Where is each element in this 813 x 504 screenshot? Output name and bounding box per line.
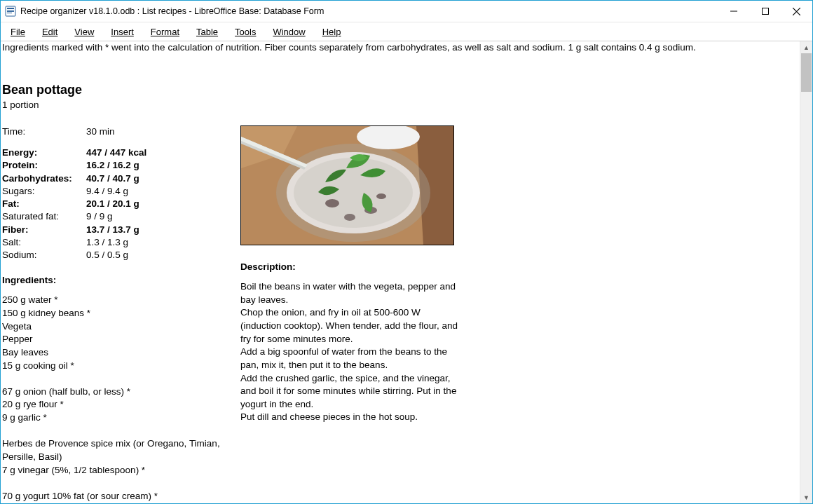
svg-rect-1 [7, 8, 14, 9]
nutrition-row: Protein:16.2 / 16.2 g [2, 159, 240, 172]
nutrition-row: Sugars:9.4 / 9.4 g [2, 185, 240, 198]
ingredient-line: 70 g yogurt 10% fat (or sour cream) * [2, 490, 240, 503]
nutrition-value: 40.7 / 40.7 g [86, 172, 139, 185]
ingredient-line: Bay leaves [2, 346, 240, 360]
description-line: Add a big spoonful of water from the bea… [240, 346, 458, 372]
ingredient-line: 9 g garlic * [2, 411, 240, 425]
menu-file[interactable]: File [8, 25, 28, 39]
document-body: Ingredients marked with * went into the … [1, 41, 800, 503]
scroll-down-arrow[interactable]: ▼ [800, 491, 812, 503]
close-button[interactable] [781, 1, 812, 22]
nutrition-row: Carbohydrates:40.7 / 40.7 g [2, 172, 240, 185]
scroll-thumb[interactable] [801, 53, 812, 92]
nutrition-label: Protein: [2, 159, 86, 172]
nutrition-label: Sugars: [2, 185, 86, 198]
menubar: File Edit View Insert Format Table Tools… [1, 22, 812, 41]
content-wrapper: Ingredients marked with * went into the … [1, 41, 812, 503]
ingredient-line [2, 477, 240, 490]
svg-rect-3 [7, 11, 14, 12]
description-text: Boil the beans in water with the vegeta,… [240, 280, 458, 424]
nutrition-row: Sodium:0.5 / 0.5 g [2, 249, 240, 261]
nutrition-value: 0.5 / 0.5 g [86, 249, 128, 261]
menu-format[interactable]: Format [148, 25, 182, 39]
nutrition-row: Fat:20.1 / 20.1 g [2, 198, 240, 210]
nutrition-value: 13.7 / 13.7 g [86, 224, 139, 236]
ingredient-line [2, 372, 240, 386]
time-value: 30 min [86, 125, 115, 138]
recipe-portion: 1 portion [2, 99, 798, 111]
nutrition-value: 1.3 / 1.3 g [86, 236, 128, 249]
window-controls [718, 1, 812, 22]
ingredient-line: 67 g onion (half bulb, or less) * [2, 386, 240, 399]
scroll-up-arrow[interactable]: ▲ [800, 41, 812, 53]
menu-table[interactable]: Table [193, 25, 221, 39]
nutrition-row: Energy:447 / 447 kcal [2, 147, 240, 159]
ingredients-list: 250 g water *150 g kidney beans *VegetaP… [2, 294, 240, 503]
nutrition-value: 447 / 447 kcal [86, 147, 146, 159]
svg-rect-4 [7, 13, 12, 13]
ingredient-line: 15 g cooking oil * [2, 360, 240, 373]
svg-point-17 [325, 199, 339, 207]
ingredient-line: 7 g vinegar (5%, 1/2 tablespoon) * [2, 464, 240, 477]
svg-rect-2 [7, 10, 14, 11]
nutrition-table: Energy:447 / 447 kcalProtein:16.2 / 16.2… [2, 147, 240, 261]
ingredient-line: Herbes de Provence spice mix (or Oregano… [2, 437, 240, 463]
nutrition-row: Saturated fat:9 / 9 g [2, 210, 240, 223]
recipe-title: Bean pottage [2, 81, 798, 98]
nutrition-value: 9.4 / 9.4 g [86, 185, 128, 198]
menu-insert[interactable]: Insert [108, 25, 137, 39]
menu-view[interactable]: View [71, 25, 97, 39]
nutrition-label: Salt: [2, 236, 86, 249]
minimize-button[interactable] [718, 1, 749, 22]
app-icon [5, 6, 16, 17]
description-line: Chop the onion, and fry in oil at 500-60… [240, 306, 458, 346]
ingredient-line [2, 425, 240, 438]
nutrition-row: Fiber:13.7 / 13.7 g [2, 224, 240, 236]
menu-help[interactable]: Help [320, 25, 344, 39]
ingredient-line: Pepper [2, 333, 240, 346]
window-title: Recipe organizer v18.1.0.odb : List reci… [20, 6, 718, 16]
nutrition-value: 20.1 / 20.1 g [86, 198, 139, 210]
description-line: Put dill and cheese pieces in the hot so… [240, 411, 458, 424]
svg-point-19 [344, 214, 355, 221]
recipe-image [240, 125, 454, 245]
nutrition-label: Energy: [2, 147, 86, 159]
description-line: Boil the beans in water with the vegeta,… [240, 280, 458, 306]
menu-edit[interactable]: Edit [39, 25, 60, 39]
ingredient-line: 20 g rye flour * [2, 398, 240, 411]
menu-window[interactable]: Window [270, 25, 308, 39]
svg-rect-6 [762, 8, 768, 15]
nutrition-label: Fiber: [2, 224, 86, 236]
nutrition-value: 16.2 / 16.2 g [86, 159, 139, 172]
ingredients-heading: Ingredients: [2, 274, 240, 287]
nutrition-label: Fat: [2, 198, 86, 210]
maximize-button[interactable] [749, 1, 781, 22]
nutrition-row: Salt:1.3 / 1.3 g [2, 236, 240, 249]
nutrition-label: Saturated fat: [2, 210, 86, 223]
nutrition-value: 9 / 9 g [86, 210, 113, 223]
ingredient-line: 250 g water * [2, 294, 240, 307]
menu-tools[interactable]: Tools [232, 25, 259, 39]
svg-point-20 [376, 193, 386, 199]
vertical-scrollbar[interactable]: ▲ ▼ [800, 41, 812, 503]
titlebar: Recipe organizer v18.1.0.odb : List reci… [1, 1, 812, 22]
description-line: Add the crushed garlic, the spice, and t… [240, 372, 458, 411]
ingredient-line: 150 g kidney beans * [2, 307, 240, 320]
app-window: Recipe organizer v18.1.0.odb : List reci… [0, 0, 813, 504]
nutrition-label: Carbohydrates: [2, 172, 86, 185]
info-note: Ingredients marked with * went into the … [2, 42, 798, 53]
ingredient-line: Vegeta [2, 320, 240, 334]
description-heading: Description: [240, 261, 458, 273]
nutrition-label: Sodium: [2, 249, 86, 261]
time-label: Time: [2, 125, 86, 138]
